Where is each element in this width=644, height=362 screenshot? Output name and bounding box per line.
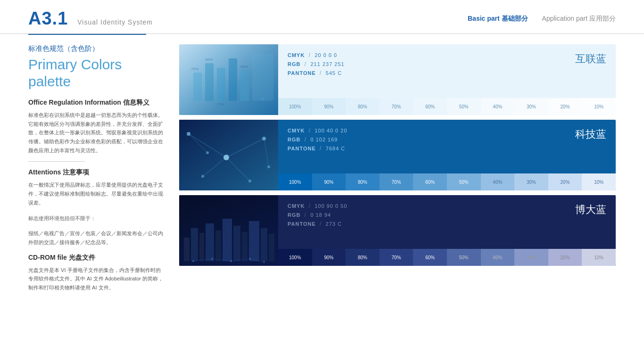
seg1-60: 60% — [413, 98, 447, 115]
card1-gradient-bar: 100% 90% 80% 70% 60% 50% 40% 30% 20% 10% — [278, 98, 616, 115]
rgb-value3: 0 18 94 — [310, 212, 331, 218]
svg-rect-1 — [193, 73, 202, 101]
card2-rgb: RGB / 0 102 169 — [288, 136, 606, 143]
svg-rect-3 — [217, 68, 225, 101]
pantone-label3: PANTONE — [288, 221, 316, 227]
seg1-100: 100% — [278, 98, 312, 115]
section-code: A3.1 — [28, 8, 68, 29]
svg-rect-5 — [240, 70, 249, 101]
office-text: 标准色彩在识别系统中是超越一切形态而为先的个性载体。它能有效地区分与强调形象的差… — [28, 111, 165, 155]
card3-color-data: 博大蓝 CMYK / 100 90 0 50 RGB / 0 18 94 PAN… — [278, 195, 616, 249]
rgb-label3: RGB — [288, 212, 300, 218]
card1-image: 90% 75% 50% 75% — [179, 44, 278, 115]
rgb-label2: RGB — [288, 137, 300, 142]
card3-name: 博大蓝 — [575, 203, 606, 217]
header-subtitle: Visual Identity System — [77, 18, 152, 26]
card1-cmyk: CMYK / 20 0 0 0 — [288, 52, 606, 58]
cdrom-heading: CD-ROM file 光盘文件 — [28, 254, 165, 262]
svg-rect-2 — [205, 63, 214, 101]
card2-color-data: 科技蓝 CMYK / 100 40 0 20 RGB / 0 102 169 P… — [278, 120, 616, 173]
seg3-20: 20% — [548, 249, 582, 266]
divider — [28, 161, 85, 162]
svg-rect-32 — [223, 219, 232, 261]
attentions-text1: 在一般情况下使用品牌标志，应尽量使用提供的光盘电子文件，不建议使用标准制图绘制标… — [28, 181, 165, 207]
cmyk-label: CMYK — [288, 52, 305, 58]
seg1-30: 30% — [514, 98, 548, 115]
svg-rect-35 — [249, 221, 259, 261]
seg1-50: 50% — [447, 98, 481, 115]
pantone-value3: 273 C — [326, 221, 342, 227]
card1-info: 互联蓝 CMYK / 20 0 0 0 RGB / 211 237 251 PA… — [278, 44, 616, 115]
cmyk-label2: CMYK — [288, 128, 305, 133]
card1-pantone: PANTONE / 545 C — [288, 70, 606, 76]
svg-rect-29 — [199, 233, 204, 261]
cmyk-value3: 100 90 0 50 — [314, 203, 347, 209]
card3-pantone: PANTONE / 273 C — [288, 221, 606, 227]
cmyk-value: 20 0 0 0 — [314, 52, 337, 58]
seg1-40: 40% — [481, 98, 515, 115]
card2-name: 科技蓝 — [575, 127, 606, 141]
seg2-50: 50% — [447, 173, 481, 190]
header: A3.1 Visual Identity System Basic part 基… — [0, 0, 644, 34]
seg2-90: 90% — [312, 173, 346, 190]
seg3-70: 70% — [380, 249, 413, 266]
seg2-70: 70% — [380, 173, 413, 190]
right-panel: 90% 75% 50% 75% 互联蓝 CMYK / 20 0 0 0 RGB — [179, 44, 616, 299]
card3-gradient-bar: 100% 90% 80% 70% 60% 50% 40% 30% 20% 10% — [278, 249, 616, 266]
seg1-20: 20% — [548, 98, 582, 115]
left-panel: 标准色规范（含色阶） Primary Colors palette Office… — [28, 44, 165, 299]
cmyk-value2: 100 40 0 20 — [314, 128, 347, 133]
color-card-2: 科技蓝 CMYK / 100 40 0 20 RGB / 0 102 169 P… — [179, 120, 616, 190]
svg-rect-37 — [269, 234, 274, 261]
rgb-value2: 0 102 169 — [310, 137, 338, 142]
svg-point-21 — [262, 137, 266, 140]
svg-text:75%: 75% — [191, 67, 198, 71]
office-heading: Office Regulation Information 信息释义 — [28, 99, 165, 107]
card2-pantone: PANTONE / 7684 C — [288, 145, 606, 152]
card1-color-data: 互联蓝 CMYK / 20 0 0 0 RGB / 211 237 251 PA… — [278, 44, 616, 98]
svg-point-19 — [187, 132, 190, 136]
section-title: Primary Colors palette — [28, 56, 165, 90]
attentions-heading: Attentions 注意事项 — [28, 168, 165, 177]
seg2-60: 60% — [413, 173, 447, 190]
svg-text:75%: 75% — [217, 102, 224, 107]
svg-point-22 — [201, 175, 204, 178]
pantone-label2: PANTONE — [288, 146, 316, 151]
seg3-10: 10% — [582, 249, 616, 266]
seg2-100: 100% — [278, 173, 312, 190]
card2-info: 科技蓝 CMYK / 100 40 0 20 RGB / 0 102 169 P… — [278, 120, 616, 190]
card3-image — [179, 195, 278, 266]
nav-basic-part[interactable]: Basic part 基础部分 — [468, 15, 528, 23]
svg-rect-12 — [179, 120, 278, 190]
attentions-text3: 报纸／电视广告／宣传／包装／会议／新闻发布会／公司内外部的交流／接待服务／纪念品… — [28, 229, 165, 247]
svg-point-24 — [206, 151, 209, 154]
cmyk-label3: CMYK — [288, 203, 305, 209]
svg-rect-31 — [215, 230, 221, 261]
seg1-90: 90% — [312, 98, 346, 115]
svg-rect-27 — [184, 238, 190, 261]
svg-rect-33 — [233, 226, 240, 261]
seg2-40: 40% — [481, 173, 515, 190]
section-label: 标准色规范（含色阶） — [28, 44, 165, 53]
svg-text:50%: 50% — [240, 65, 248, 69]
svg-rect-4 — [229, 58, 237, 101]
seg3-40: 40% — [481, 249, 515, 266]
svg-point-23 — [248, 180, 251, 182]
header-nav: Basic part 基础部分 Application part 应用部分 — [468, 15, 616, 23]
color-card-3: 博大蓝 CMYK / 100 90 0 50 RGB / 0 18 94 PAN… — [179, 195, 616, 266]
seg3-30: 30% — [514, 249, 548, 266]
seg2-80: 80% — [346, 173, 380, 190]
card2-gradient-bar: 100% 90% 80% 70% 60% 50% 40% 30% 20% 10% — [278, 173, 616, 190]
pantone-label: PANTONE — [288, 70, 316, 76]
card2-cmyk: CMYK / 100 40 0 20 — [288, 127, 606, 134]
pantone-value: 545 C — [326, 70, 342, 76]
nav-application-part[interactable]: Application part 应用部分 — [542, 15, 616, 23]
cdrom-text: 光盘文件是本 VI 手册电子文件的集合，内含手册制作时的专用软件格式文件。其中 … — [28, 266, 165, 292]
color-card-1: 90% 75% 50% 75% 互联蓝 CMYK / 20 0 0 0 RGB — [179, 44, 616, 115]
seg2-30: 30% — [514, 173, 548, 190]
seg2-20: 20% — [548, 173, 582, 190]
svg-rect-30 — [206, 223, 214, 261]
svg-rect-6 — [252, 54, 273, 101]
seg3-50: 50% — [447, 249, 481, 266]
seg1-10: 10% — [582, 98, 616, 115]
